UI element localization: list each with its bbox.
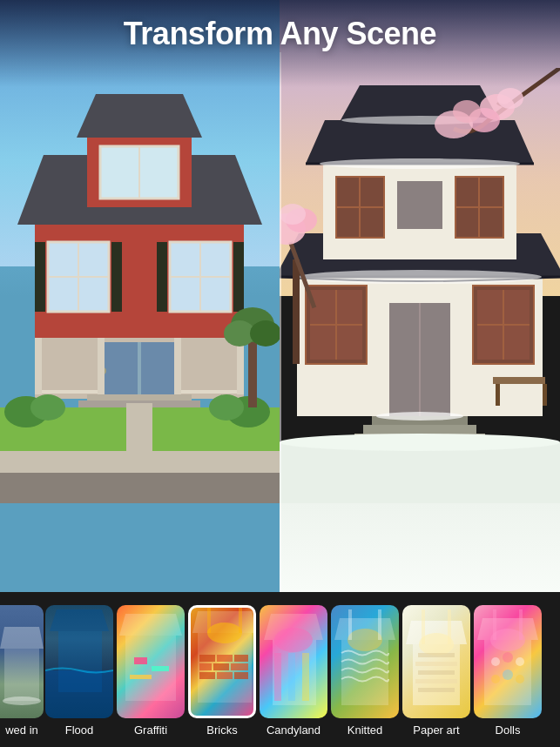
filter-item-snowed-in[interactable]: wed in [0, 605, 44, 740]
svg-rect-9 [35, 242, 45, 312]
svg-point-136 [503, 652, 513, 663]
filter-thumbnail-candyland [260, 605, 327, 718]
svg-rect-32 [98, 338, 105, 394]
svg-rect-35 [126, 403, 152, 455]
svg-point-139 [503, 670, 513, 680]
svg-rect-103 [213, 663, 229, 670]
svg-rect-130 [422, 609, 425, 644]
svg-rect-125 [418, 653, 455, 657]
svg-rect-86 [4, 649, 39, 701]
svg-point-28 [209, 394, 244, 421]
svg-point-67 [376, 412, 463, 421]
japanese-house-svg [280, 68, 560, 503]
svg-point-138 [491, 675, 500, 683]
svg-marker-93 [119, 614, 182, 636]
svg-rect-10 [111, 242, 122, 312]
svg-rect-121 [378, 609, 381, 640]
filter-item-candyland[interactable]: Candyland [258, 605, 329, 740]
svg-rect-33 [174, 338, 181, 394]
svg-rect-60 [397, 181, 442, 229]
svg-rect-106 [217, 672, 233, 679]
svg-rect-94 [134, 657, 147, 664]
svg-rect-126 [415, 662, 457, 666]
svg-rect-100 [217, 655, 233, 662]
svg-marker-61 [306, 120, 534, 164]
filter-thumbnail-bricks [188, 605, 256, 718]
svg-rect-127 [418, 670, 455, 675]
svg-rect-131 [448, 609, 451, 644]
svg-rect-115 [288, 653, 295, 701]
svg-point-80 [497, 88, 523, 109]
filter-label-graffiti: Graffiti [134, 723, 167, 737]
svg-point-88 [3, 697, 41, 705]
svg-point-69 [320, 158, 520, 169]
filter-item-bricks[interactable]: Bricks [186, 605, 258, 740]
filter-label-candyland: Candyland [267, 723, 320, 737]
filter-item-knitted[interactable]: Knitted [329, 605, 401, 740]
filter-label-bricks: Bricks [206, 723, 237, 737]
svg-rect-114 [274, 653, 281, 701]
svg-rect-85 [543, 384, 547, 406]
filter-label-paper-art: Paper art [413, 723, 459, 737]
image-divider [280, 52, 281, 592]
filter-items-container[interactable]: wed in Flood [0, 605, 560, 740]
svg-point-113 [274, 628, 313, 652]
svg-rect-120 [348, 609, 352, 640]
filter-thumbnail-flood [45, 605, 113, 718]
svg-rect-105 [199, 672, 215, 679]
svg-point-119 [347, 629, 382, 651]
svg-rect-91 [45, 670, 113, 718]
svg-rect-142 [519, 609, 523, 640]
svg-rect-96 [130, 675, 152, 679]
svg-rect-31 [35, 338, 42, 394]
svg-rect-15 [233, 242, 244, 312]
page-title: Transform Any Scene [0, 16, 560, 52]
filter-label-flood: Flood [65, 723, 94, 737]
svg-point-140 [516, 675, 524, 683]
svg-marker-3 [77, 94, 202, 138]
svg-rect-30 [174, 390, 244, 394]
svg-rect-109 [207, 605, 211, 633]
svg-rect-24 [0, 473, 280, 503]
svg-rect-36 [248, 338, 257, 407]
svg-rect-14 [157, 242, 167, 312]
svg-rect-141 [493, 609, 496, 640]
svg-rect-104 [231, 663, 248, 670]
filter-item-paper-art[interactable]: Paper art [401, 605, 472, 740]
svg-point-26 [30, 394, 65, 421]
svg-point-72 [280, 434, 560, 451]
svg-rect-83 [493, 377, 545, 384]
original-image [0, 0, 280, 592]
main-container: Transform Any Scene wed in [0, 0, 560, 747]
filter-item-dolls[interactable]: Dolls [472, 605, 543, 740]
svg-rect-116 [302, 653, 309, 701]
svg-rect-101 [234, 655, 248, 662]
filter-item-flood[interactable]: Flood [44, 605, 115, 740]
svg-point-77 [280, 204, 306, 225]
filter-label-dolls: Dolls [496, 723, 521, 737]
svg-rect-18 [138, 342, 141, 399]
svg-point-137 [516, 657, 524, 666]
filter-item-graffiti[interactable]: Graffiti [115, 605, 186, 740]
svg-rect-107 [234, 672, 248, 679]
svg-rect-84 [496, 384, 500, 406]
filter-thumbnail-paper-art [402, 605, 470, 718]
filter-thumbnail-snowed-in [0, 605, 44, 718]
house-left-svg [0, 68, 280, 503]
svg-rect-99 [199, 655, 215, 662]
svg-rect-129 [418, 688, 455, 692]
svg-rect-110 [239, 605, 242, 633]
svg-marker-87 [0, 627, 44, 649]
svg-rect-71 [280, 442, 560, 503]
svg-rect-29 [35, 390, 105, 394]
svg-rect-128 [415, 679, 457, 683]
filter-label-snowed-in: wed in [5, 723, 38, 737]
filter-thumbnail-dolls [474, 605, 542, 718]
svg-point-135 [491, 657, 500, 666]
svg-rect-95 [152, 666, 169, 671]
svg-marker-90 [50, 609, 109, 631]
svg-point-68 [298, 270, 542, 284]
svg-rect-73 [293, 259, 300, 364]
filter-thumbnail-knitted [331, 605, 399, 718]
svg-point-82 [453, 100, 481, 123]
